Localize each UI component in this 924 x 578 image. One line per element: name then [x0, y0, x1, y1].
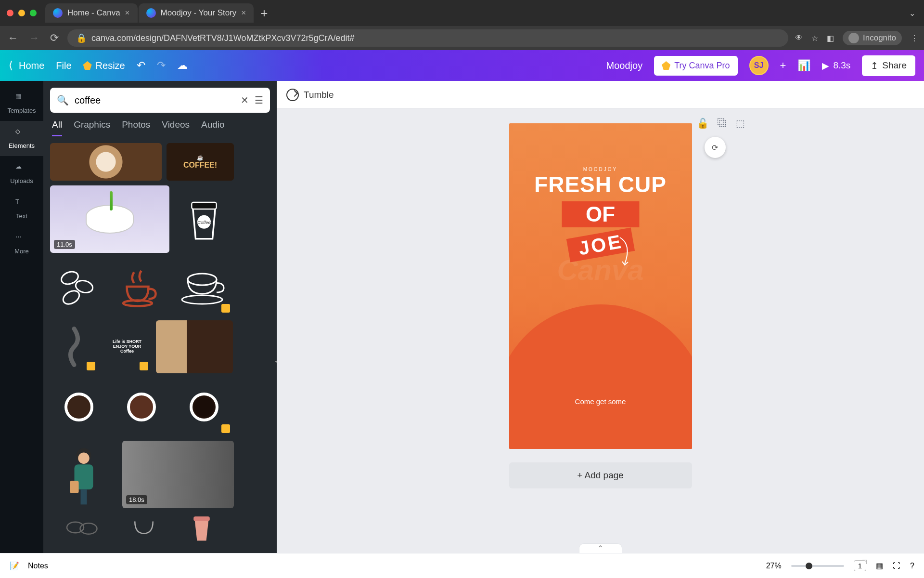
share-button[interactable]: ↥ Share [862, 55, 915, 76]
eye-off-icon[interactable]: 👁 [795, 34, 803, 42]
result-pouring-video[interactable]: 11.0s [50, 185, 169, 253]
canva-favicon-icon [146, 8, 156, 18]
clear-search-icon[interactable]: ✕ [241, 94, 249, 106]
home-button[interactable]: Home [9, 59, 44, 72]
resize-label: Resize [96, 60, 125, 71]
result-black-cup-top[interactable] [175, 378, 233, 436]
filter-audio[interactable]: Audio [201, 119, 225, 136]
result-cup-red-graphic[interactable] [109, 258, 167, 315]
zoom-slider[interactable] [791, 565, 844, 567]
fullscreen-icon[interactable]: ⛶ [893, 562, 900, 570]
result-barista-illustration[interactable] [50, 441, 117, 508]
cloud-sync-icon[interactable]: ☁ [177, 59, 188, 72]
result-togo-cup-graphic[interactable]: Coffee [174, 185, 234, 253]
add-page-icon[interactable]: ⬚ [736, 118, 745, 129]
rail-elements[interactable]: ◇ Elements [0, 121, 43, 156]
minimize-window-icon[interactable] [18, 10, 25, 16]
arrow-graphic-icon[interactable] [615, 235, 634, 269]
result-beans-cup-top[interactable] [50, 378, 108, 436]
animation-chip[interactable]: Tumble [286, 89, 334, 101]
coffee-beans-icon [55, 265, 99, 308]
try-pro-label: Try Canva Pro [674, 61, 730, 71]
result-quote-graphic[interactable]: Life is SHORT ENJOY YOUR Coffee [103, 320, 151, 373]
design-page[interactable]: Canva MOODJOY FRESH CUP OF JOE Come get … [509, 123, 692, 449]
panel-collapse-handle[interactable]: ◂ [271, 347, 277, 376]
rail-uploads[interactable]: ☁ Uploads [0, 156, 43, 191]
result-steam-graphic[interactable] [50, 320, 98, 373]
browser-toolbar: ← → ⟳ 🔒 canva.com/design/DAFNVetRTV8/J1W… [0, 26, 924, 50]
rail-label: Templates [7, 107, 36, 114]
svg-point-8 [182, 295, 222, 304]
try-canva-pro-button[interactable]: Try Canva Pro [654, 56, 737, 76]
resize-button[interactable]: Resize [83, 60, 125, 71]
duplicate-page-icon[interactable]: ⿻ [718, 118, 727, 129]
notes-icon[interactable]: 📝 [10, 561, 19, 570]
page-count[interactable]: 1 [854, 560, 866, 571]
profile-chip[interactable]: Incognito [843, 31, 902, 45]
result-ground-cup-top[interactable] [113, 378, 170, 436]
search-input[interactable] [75, 95, 235, 106]
cup-lineart-icon [127, 515, 161, 539]
result-beans-lineart[interactable] [50, 258, 104, 315]
zoom-value[interactable]: 27% [766, 562, 782, 570]
of-text[interactable]: OF [562, 201, 639, 227]
cup-top-icon [127, 393, 156, 421]
close-tab-icon[interactable]: × [125, 8, 130, 18]
tab-list-icon[interactable]: ⌄ [909, 9, 915, 18]
browser-tab-strip: Home - Canva × Moodjoy - Your Story × + … [0, 0, 924, 26]
result-beans-outline-2[interactable] [50, 513, 113, 542]
add-page-button[interactable]: + Add page [509, 462, 692, 488]
cta-text[interactable]: Come get some [509, 397, 692, 406]
document-title[interactable]: Moodjoy [606, 60, 643, 71]
rail-text[interactable]: T Text [0, 191, 43, 226]
add-member-button[interactable]: + [780, 59, 786, 72]
new-tab-button[interactable]: + [260, 6, 268, 21]
side-panel-icon[interactable]: ◧ [827, 34, 834, 43]
lock-page-icon[interactable]: 🔓 [697, 118, 709, 129]
grid-view-icon[interactable]: ▦ [876, 561, 883, 570]
canvas-scroll[interactable]: 🔓 ⿻ ⬚ ⟳ Canva MOODJOY FRESH CUP OF JOE C… [277, 109, 924, 553]
uploads-icon: ☁ [15, 163, 28, 175]
rail-more[interactable]: ⋯ More [0, 226, 43, 262]
result-cup-chalk-graphic[interactable] [171, 258, 233, 315]
undo-button[interactable]: ↶ [137, 59, 145, 72]
filter-videos[interactable]: Videos [162, 119, 190, 136]
maximize-window-icon[interactable] [30, 10, 37, 16]
filter-graphics[interactable]: Graphics [74, 119, 110, 136]
notes-button[interactable]: Notes [28, 562, 48, 570]
filter-icon[interactable]: ☰ [255, 94, 263, 106]
help-icon[interactable]: ? [910, 562, 914, 570]
tab-moodjoy[interactable]: Moodjoy - Your Story × [139, 3, 254, 23]
bookmark-icon[interactable]: ☆ [811, 34, 818, 43]
close-window-icon[interactable] [7, 10, 13, 16]
cup-top-icon [190, 393, 218, 421]
present-button[interactable]: 8.3s [822, 60, 850, 71]
insights-icon[interactable]: 📊 [797, 59, 810, 72]
result-cup-lineart-2[interactable] [117, 513, 170, 542]
reload-button[interactable]: ⟳ [48, 30, 61, 46]
timeline-expand-handle[interactable]: ⌃ [579, 543, 622, 553]
menu-icon[interactable]: ⋮ [911, 34, 918, 43]
premium-badge-icon [140, 362, 148, 370]
rail-label: Elements [9, 142, 35, 149]
user-avatar[interactable]: SJ [749, 56, 769, 75]
zoom-knob[interactable] [806, 563, 812, 569]
regenerate-button[interactable]: ⟳ [705, 137, 726, 158]
headline-text[interactable]: FRESH CUP [509, 171, 692, 197]
filter-photos[interactable]: Photos [122, 119, 150, 136]
filter-all[interactable]: All [52, 119, 62, 136]
result-espresso-video[interactable]: 18.0s [122, 441, 234, 508]
tab-home-canva[interactable]: Home - Canva × [45, 3, 138, 23]
file-menu[interactable]: File [56, 60, 71, 71]
close-tab-icon[interactable]: × [241, 8, 246, 18]
result-pink-togo-cup[interactable] [175, 513, 228, 542]
back-button[interactable]: ← [6, 30, 20, 46]
rail-templates[interactable]: ▦ Templates [0, 86, 43, 121]
result-coffee-badge[interactable]: ☕ COFFEE! [167, 143, 234, 181]
result-beans-photo[interactable] [156, 320, 233, 373]
premium-badge-icon [221, 304, 230, 313]
svg-rect-16 [193, 516, 210, 521]
result-latte-photo[interactable] [50, 143, 162, 181]
address-bar[interactable]: 🔒 canva.com/design/DAFNVetRTV8/J1WoMZtkP… [67, 29, 788, 47]
rail-label: Text [16, 212, 27, 220]
